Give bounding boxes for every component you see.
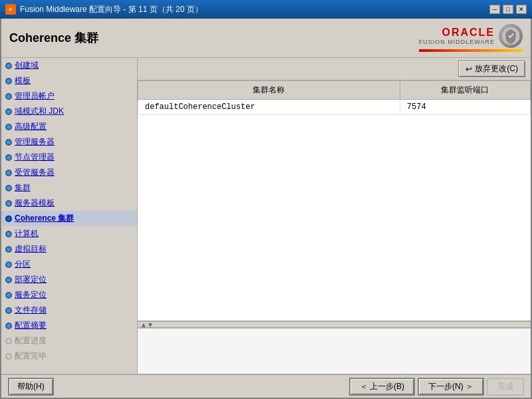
window-title: Fusion Middleware 配置向导 - 第 11 页（共 20 页） [20, 4, 203, 15]
sidebar-dot [5, 170, 12, 176]
sidebar-dot [5, 277, 12, 283]
table-row[interactable]: defaultCoherenceCluster 7574 [138, 100, 531, 115]
sidebar: 创建域 模板 管理员帐户 域模式和 JDK [1, 58, 138, 374]
sidebar-active-dot [5, 215, 12, 222]
sidebar-dot [5, 154, 12, 161]
sidebar-item-coherence-cluster[interactable]: Coherence 集群 [1, 211, 137, 226]
sidebar-item-partition[interactable]: 分区 [1, 257, 137, 272]
title-bar: F Fusion Middleware 配置向导 - 第 11 页（共 20 页… [0, 0, 532, 19]
bottom-split-panel: ▲▼ [138, 321, 531, 374]
sidebar-dot [5, 93, 12, 100]
footer-right: ＜ 上一步(B) 下一步(N) ＞ 完成 [349, 378, 524, 396]
sidebar-dot [5, 353, 12, 360]
sidebar-item-managed-server[interactable]: 受管服务器 [1, 165, 137, 180]
discard-icon: ↩ [466, 65, 472, 74]
discard-changes-button[interactable]: ↩ 放弃更改(C) [458, 61, 525, 77]
main-window: Coherence 集群 ORACLE FUSION MIDDLEWARE [0, 19, 532, 399]
sidebar-dot [5, 338, 12, 344]
right-panel: ↩ 放弃更改(C) 集群名称 集群监听端口 defaultCoheren [138, 58, 531, 374]
sidebar-dot [5, 124, 12, 130]
app-icon: F [5, 4, 16, 15]
oracle-name: ORACLE [442, 27, 495, 39]
header-area: Coherence 集群 ORACLE FUSION MIDDLEWARE [1, 19, 531, 58]
table-area[interactable]: 集群名称 集群监听端口 defaultCoherenceCluster 7574 [138, 80, 531, 321]
sidebar-dot [5, 78, 12, 84]
title-bar-left: F Fusion Middleware 配置向导 - 第 11 页（共 20 页… [5, 4, 203, 15]
right-panel-toolbar: ↩ 放弃更改(C) [138, 58, 531, 80]
sidebar-item-admin-account[interactable]: 管理员帐户 [1, 88, 137, 104]
prev-button[interactable]: ＜ 上一步(B) [349, 378, 415, 396]
maximize-button[interactable]: □ [503, 5, 513, 14]
sidebar-dot [5, 307, 12, 314]
sidebar-dot [5, 200, 12, 207]
oracle-subtitle: FUSION MIDDLEWARE [419, 39, 495, 45]
oracle-shield-icon [499, 24, 523, 48]
cluster-port-cell: 7574 [400, 100, 530, 115]
sidebar-dot [5, 323, 12, 329]
finish-button[interactable]: 完成 [487, 378, 524, 396]
sidebar-dot [5, 139, 12, 146]
next-button[interactable]: 下一步(N) ＞ [418, 378, 484, 396]
sidebar-item-service-targeting[interactable]: 服务定位 [1, 287, 137, 303]
resize-handle[interactable]: ▲▼ [140, 321, 154, 329]
sidebar-item-server-template[interactable]: 服务器模板 [1, 196, 137, 211]
sidebar-item-cluster[interactable]: 集群 [1, 180, 137, 196]
oracle-logo: ORACLE FUSION MIDDLEWARE [419, 24, 523, 52]
cluster-table: 集群名称 集群监听端口 defaultCoherenceCluster 7574 [138, 80, 531, 115]
help-button[interactable]: 帮助(H) [8, 378, 54, 396]
sidebar-item-config-progress[interactable]: 配置进度 [1, 333, 137, 348]
sidebar-item-advanced-config[interactable]: 高级配置 [1, 119, 137, 134]
svg-text:F: F [9, 7, 13, 13]
sidebar-dot [5, 292, 12, 299]
close-button[interactable]: ✕ [516, 5, 527, 14]
oracle-color-bar [419, 49, 523, 52]
sidebar-item-create-domain[interactable]: 创建域 [1, 58, 137, 73]
col-cluster-port: 集群监听端口 [400, 81, 530, 100]
content-area: 创建域 模板 管理员帐户 域模式和 JDK [1, 58, 531, 374]
sidebar-dot [5, 261, 12, 268]
sidebar-item-manage-server[interactable]: 管理服务器 [1, 134, 137, 150]
sidebar-scroll[interactable]: 创建域 模板 管理员帐户 域模式和 JDK [1, 58, 137, 374]
sidebar-item-virtual-target[interactable]: 虚拟目标 [1, 241, 137, 257]
sidebar-item-template[interactable]: 模板 [1, 73, 137, 88]
sidebar-item-domain-mode-jdk[interactable]: 域模式和 JDK [1, 104, 137, 119]
window-controls[interactable]: ─ □ ✕ [489, 5, 527, 14]
sidebar-item-config-summary[interactable]: 配置摘要 [1, 318, 137, 333]
col-cluster-name: 集群名称 [138, 81, 400, 100]
sidebar-dot [5, 185, 12, 192]
footer: 帮助(H) ＜ 上一步(B) 下一步(N) ＞ 完成 [1, 374, 531, 398]
sidebar-dot [5, 246, 12, 253]
minimize-button[interactable]: ─ [489, 5, 500, 14]
sidebar-dot [5, 63, 12, 69]
sidebar-item-config-complete[interactable]: 配置完毕 [1, 348, 137, 364]
page-title: Coherence 集群 [9, 30, 98, 46]
sidebar-item-node-manager[interactable]: 节点管理器 [1, 150, 137, 165]
sidebar-item-file-storage[interactable]: 文件存储 [1, 303, 137, 318]
sidebar-dot [5, 108, 12, 115]
sidebar-item-machine[interactable]: 计算机 [1, 226, 137, 241]
sidebar-dot [5, 231, 12, 237]
sidebar-item-deployment-targeting[interactable]: 部署定位 [1, 272, 137, 287]
cluster-name-cell: defaultCoherenceCluster [138, 100, 400, 115]
footer-left: 帮助(H) [8, 378, 54, 396]
